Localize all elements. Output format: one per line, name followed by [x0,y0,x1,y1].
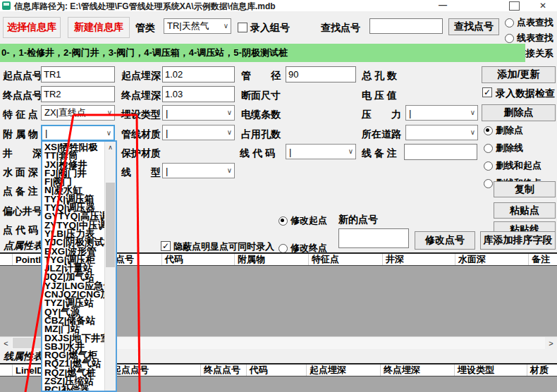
close-icon[interactable]: ✕ [539,1,546,11]
find-point-label: 查找点号 [321,22,360,35]
radio-icon[interactable] [505,18,514,27]
select-library-button[interactable]: 选择信息库 [3,17,61,38]
pipe-material-label: 管线材质 [121,128,161,141]
add-update-button[interactable]: 添加/更新 [482,66,556,83]
scroll-left-icon[interactable]: < [0,337,12,349]
chevron-down-icon: ∨ [227,166,232,174]
radio-icon[interactable] [278,244,288,253]
road-select[interactable]: ∨ [405,125,478,140]
start-point-input[interactable]: TR1 [41,66,115,82]
line-type-label: 线 型 [121,166,161,179]
pipe-material-value: | [166,128,168,138]
point-col-waterdepth[interactable]: 水面深 [455,254,529,265]
search-mode-radio[interactable]: 线表查找 [505,32,553,44]
vscroll-thumb[interactable] [106,183,115,267]
add-sort-field-button[interactable]: 库添加排序字段 [480,231,556,250]
search-mode-radio-label: 线表查找 [517,32,553,44]
line-type-select[interactable]: | ∨ [162,163,235,178]
bury-type-select[interactable]: | ∨ [162,105,235,121]
point-col-feature[interactable]: 特征点 [309,254,383,265]
attachment-dropdown-list[interactable]: XS|牺牲阳极TT|套筒JX|检修井FJ|阀门井F|阀门N|凝水缸TYX|调压箱… [41,140,117,392]
attachment-dropdown-items[interactable]: XS|牺牲阳极TT|套筒JX|检修井FJ|阀门井F|阀门N|凝水缸TYX|调压箱… [42,143,104,391]
point-col-note[interactable]: 备注 [529,254,557,265]
pressure-label: 压 力 [362,109,401,121]
line-col-code[interactable]: 代码 [247,365,307,376]
record-group-checkbox[interactable] [238,23,247,32]
feature-point-select[interactable]: ZX|直线点 ∨ [41,105,115,121]
radio-icon[interactable] [484,126,493,135]
radio-icon[interactable] [505,34,514,43]
app-icon [2,1,11,10]
paste-point-button[interactable]: 粘贴点 [494,202,556,219]
record-group-label: 录入组号 [250,22,290,35]
start-depth-input[interactable]: 1.02 [162,66,235,82]
line-note-input[interactable] [404,144,477,160]
protect-material-label: 保护材质 [121,147,161,160]
point-note-label: 点 备 注 [3,185,38,198]
search-mode-radio[interactable]: 点表查找 [505,16,553,29]
radio-icon[interactable] [484,179,493,188]
line-col-end[interactable]: 终点点号 [201,365,247,376]
line-code-select[interactable]: | ∨ [286,144,356,159]
point-col-code[interactable]: 代码 [162,254,235,265]
radio-icon[interactable] [484,144,493,153]
pipe-class-value: TR|天然气 [167,20,209,32]
dropdown-vscrollbar[interactable]: ∧ [104,142,116,391]
modify-point-button[interactable]: 修改点号 [415,231,475,250]
scroll-up-icon[interactable]: ∧ [105,142,116,152]
radio-icon[interactable] [484,161,493,171]
start-point-value: TR1 [44,69,61,80]
delete-mode-radio[interactable]: 删除点 [484,124,541,137]
point-col-number[interactable]: 点号 [113,254,162,265]
attachment-select[interactable]: | ∨ [41,125,115,141]
pressure-value: | [409,108,411,118]
line-col-burytype[interactable]: 埋设类型 [455,365,527,376]
point-col-attachment[interactable]: 附属物 [235,254,309,265]
end-depth-input[interactable]: 1.03 [162,86,235,102]
delete-mode-radio-label: 删线和起点 [496,159,541,172]
end-point-input[interactable]: TR2 [41,86,115,102]
line-col-startdepth[interactable]: 起点埋深 [307,365,381,376]
row-selector-header [0,365,13,376]
delete-point-button[interactable]: 删除点 [482,104,556,121]
minimize-icon[interactable]: — [439,0,447,10]
hidden-point-checkbox[interactable]: ✓ [161,241,171,251]
find-point-input[interactable] [369,18,443,34]
chevron-down-icon: ∨ [106,128,111,136]
pipe-material-select[interactable]: | ∨ [162,125,235,140]
delete-mode-radio-label: 删除线 [496,142,523,154]
find-point-button[interactable]: 查找点号 [448,18,499,35]
road-label: 所在道路 [362,128,401,141]
feature-point-label: 特 征 点 [3,109,38,121]
data-check-checkbox[interactable]: ✓ [482,87,492,97]
modify-mode-radio[interactable]: 修改起点 [278,214,327,227]
diameter-input[interactable]: 90 [286,66,356,82]
cable-count-label: 电缆条数 [241,109,281,121]
copy-button[interactable]: 复制 [494,181,556,197]
new-point-input[interactable] [338,228,409,248]
line-col-start[interactable]: 起点点号 [109,365,201,376]
chevron-down-icon: ∨ [224,22,228,30]
window-title: 信息库路径为: E:\管线处理\FG管线处理系统XA\示例数据\信息库.mdb [14,1,276,13]
radio-icon[interactable] [278,216,288,226]
chevron-down-icon: ∨ [348,147,353,155]
point-code-label: 点 代 码 [3,224,38,237]
chevron-down-icon: ∨ [470,128,475,136]
voltage-label: 电 压 值 [362,90,397,102]
point-col-welldepth[interactable]: 井深 [383,254,455,265]
line-col-enddepth[interactable]: 终点埋深 [381,365,455,376]
app-window: 信息库路径为: E:\管线处理\FG管线处理系统XA\示例数据\信息库.mdb … [0,0,557,392]
pressure-select[interactable]: | ∨ [405,105,478,121]
pipe-class-select[interactable]: TR|天然气 ∨ [164,18,231,34]
maximize-icon[interactable] [509,1,520,11]
start-depth-value: 1.02 [165,69,183,80]
delete-mode-radio[interactable]: 删线和起点 [484,159,541,172]
delete-mode-radio[interactable]: 删除线 [484,142,541,154]
new-library-button[interactable]: 新建信息库 [68,17,130,38]
end-depth-value: 1.03 [165,89,183,99]
scroll-right-icon[interactable]: > [545,337,557,349]
chevron-down-icon: ∨ [107,109,112,116]
total-holes-label: 总 孔 数 [362,70,397,82]
line-col-material[interactable]: 材质 [527,365,557,376]
dropdown-item[interactable]: RC|补偿器 [42,386,104,391]
